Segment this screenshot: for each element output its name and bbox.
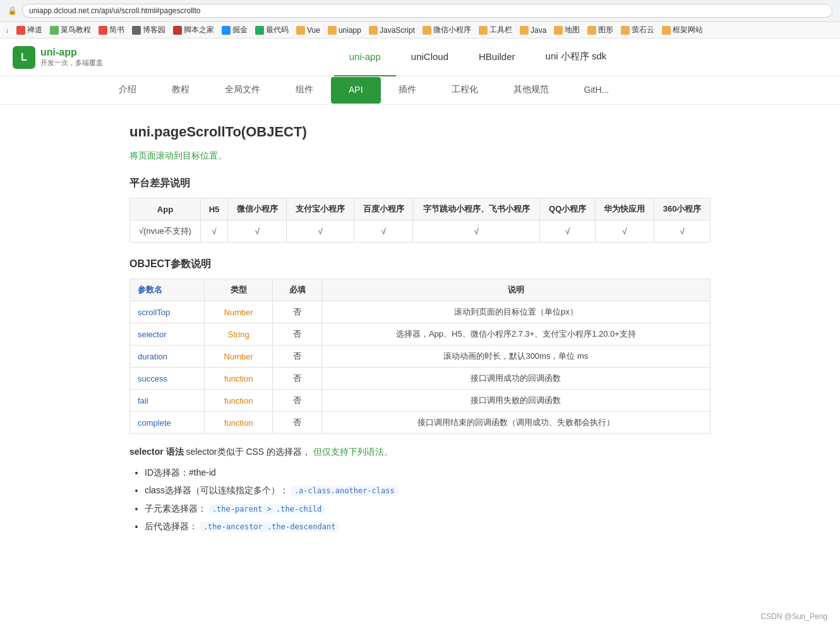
bookmark-vue[interactable]: Vue — [296, 26, 320, 35]
bookmark-ys[interactable]: 萤石云 — [621, 25, 654, 35]
bookmark-jianshu[interactable]: 简书 — [99, 25, 124, 35]
platform-alipay-cell: √ — [287, 220, 354, 243]
param-required-success: 否 — [273, 368, 321, 390]
param-name-success: success — [130, 368, 205, 390]
platform-huawei-cell: √ — [595, 220, 654, 243]
bookmark-uniapp[interactable]: uniapp — [328, 26, 361, 35]
param-desc-selector: 选择器，App、H5、微信小程序2.7.3+、支付宝小程序1.20.0+支持 — [321, 323, 710, 346]
bookmark-cnblogs[interactable]: 博客园 — [132, 25, 165, 35]
selector-desc-link[interactable]: 但仅支持下列语法。 — [313, 447, 393, 457]
platform-bytedance-cell: √ — [413, 220, 540, 243]
platform-wechat-cell: √ — [228, 220, 287, 243]
param-row-success: success function 否 接口调用成功的回调函数 — [130, 368, 711, 390]
platform-app-cell: √(nvue不支持) — [130, 220, 201, 243]
logo-title: uni-app — [40, 47, 103, 58]
list-item-descendant-text: 后代选择器： — [145, 521, 198, 531]
param-name-selector: selector — [130, 323, 205, 346]
sec-nav-intro[interactable]: 介绍 — [101, 76, 154, 104]
params-col-name: 参数名 — [130, 279, 205, 301]
main-nav: uni-app uniCloud HBuilder uni 小程序 sdk — [128, 39, 827, 76]
selector-list: ID选择器：#the-id class选择器（可以连续指定多个）： .a-cla… — [129, 466, 711, 534]
logo-icon: L — [13, 46, 35, 69]
params-col-type: 类型 — [205, 279, 273, 301]
list-item-child-text: 子元素选择器： — [145, 503, 207, 514]
platform-col-qq: QQ小程序 — [540, 198, 595, 220]
bookmark-zhandao[interactable]: 禅道 — [16, 25, 42, 35]
param-required-duration: 否 — [273, 346, 321, 368]
selector-keyword: selector 语法 — [129, 447, 184, 457]
selector-desc-text: selector类似于 CSS 的选择器， — [186, 447, 311, 457]
nav-hbuilder[interactable]: HBuilder — [464, 39, 531, 76]
platform-baidu-cell: √ — [354, 220, 413, 243]
bookmark-framework[interactable]: 框架网站 — [662, 25, 703, 35]
list-item-child: 子元素选择器： .the-parent > .the-child — [145, 502, 711, 515]
sec-nav-api[interactable]: API — [331, 77, 381, 104]
param-type-complete: function — [205, 412, 273, 434]
param-row-fail: fail function 否 接口调用失败的回调函数 — [130, 390, 711, 412]
url-bar[interactable]: uniapp.dcloud.net.cn/api/ui/scroll.html#… — [22, 4, 832, 18]
sec-nav-global[interactable]: 全局文件 — [207, 76, 278, 104]
param-type-success: function — [205, 368, 273, 390]
param-required-fail: 否 — [273, 390, 321, 412]
nav-sdk[interactable]: uni 小程序 sdk — [531, 39, 622, 76]
param-desc-scrolltop: 滚动到页面的目标位置（单位px） — [321, 301, 710, 323]
bookmark-map[interactable]: 地图 — [554, 25, 580, 35]
sec-nav-github[interactable]: GitH... — [567, 77, 627, 104]
bookmark-java[interactable]: Java — [520, 26, 546, 35]
platform-col-alipay: 支付宝小程序 — [287, 198, 354, 220]
logo-text: uni-app 开发一次，多端覆盖 — [40, 47, 103, 68]
param-row-duration: duration Number 否 滚动动画的时长，默认300ms，单位 ms — [130, 346, 711, 368]
list-item-id-text: ID选择器：#the-id — [145, 467, 216, 478]
bookmark-graphics[interactable]: 图形 — [587, 25, 613, 35]
platform-col-baidu: 百度小程序 — [354, 198, 413, 220]
param-type-selector: String — [205, 323, 273, 346]
param-name-complete: complete — [130, 412, 205, 434]
sec-nav-tutorial[interactable]: 教程 — [154, 76, 207, 104]
param-type-scrolltop: Number — [205, 301, 273, 323]
list-item-id: ID选择器：#the-id — [145, 466, 711, 479]
bookmark-juejin[interactable]: 掘金 — [222, 25, 248, 35]
content-area: uni.pageScrollTo(OBJECT) 将页面滚动到目标位置。 平台差… — [104, 105, 736, 556]
browser-bar: 🔒 uniapp.dcloud.net.cn/api/ui/scroll.htm… — [0, 0, 840, 22]
platform-col-huawei: 华为快应用 — [595, 198, 654, 220]
param-name-duration: duration — [130, 346, 205, 368]
param-desc-duration: 滚动动画的时长，默认300ms，单位 ms — [321, 346, 710, 368]
bookmark-wechat[interactable]: 微信小程序 — [423, 25, 471, 35]
bookmark-toolbar[interactable]: 工具栏 — [479, 25, 512, 35]
page-title: uni.pageScrollTo(OBJECT) — [129, 124, 711, 140]
sec-nav-engineering[interactable]: 工程化 — [434, 76, 496, 104]
platform-h5-cell: √ — [200, 220, 227, 243]
param-desc-complete: 接口调用结束的回调函数（调用成功、失败都会执行） — [321, 412, 710, 434]
sec-nav-other[interactable]: 其他规范 — [496, 76, 567, 104]
nav-uniapp[interactable]: uni-app — [334, 39, 396, 76]
sec-nav: 介绍 教程 全局文件 组件 API 插件 工程化 其他规范 GitH... — [0, 76, 840, 105]
description-link[interactable]: 将页面滚动到目标位置。 — [129, 150, 711, 162]
bookmark-jiaobenzijia[interactable]: 脚本之家 — [173, 25, 214, 35]
lock-icon: 🔒 — [8, 6, 17, 15]
platform-col-app: App — [130, 198, 201, 220]
platform-qq-cell: √ — [540, 220, 595, 243]
bookmark-runoob[interactable]: 菜鸟教程 — [50, 25, 91, 35]
param-required-selector: 否 — [273, 323, 321, 346]
selector-description: selector 语法 selector类似于 CSS 的选择器， 但仅支持下列… — [129, 447, 711, 458]
bookmarks-bar: ↓ 禅道 菜鸟教程 简书 博客园 脚本之家 掘金 最代码 Vue uniapp … — [0, 22, 840, 39]
platform-table: App H5 微信小程序 支付宝小程序 百度小程序 字节跳动小程序、飞书小程序 … — [129, 198, 711, 243]
param-row-scrolltop: scrollTop Number 否 滚动到页面的目标位置（单位px） — [130, 301, 711, 323]
nav-unicloud[interactable]: uniCloud — [396, 39, 464, 76]
platform-col-360: 360小程序 — [654, 198, 711, 220]
platform-col-h5: H5 — [200, 198, 227, 220]
param-type-duration: Number — [205, 346, 273, 368]
platform-col-bytedance: 字节跳动小程序、飞书小程序 — [413, 198, 540, 220]
bookmark-arrow: ↓ — [5, 26, 9, 35]
logo-area[interactable]: L uni-app 开发一次，多端覆盖 — [13, 46, 103, 69]
sec-nav-plugins[interactable]: 插件 — [381, 76, 434, 104]
sec-nav-components[interactable]: 组件 — [278, 76, 331, 104]
list-item-descendant-code: .the-ancestor .the-descendant — [200, 522, 339, 532]
param-required-scrolltop: 否 — [273, 301, 321, 323]
platform-360-cell: √ — [654, 220, 711, 243]
bookmark-js[interactable]: JavaScript — [369, 26, 415, 35]
param-desc-success: 接口调用成功的回调函数 — [321, 368, 710, 390]
bookmark-zuidaima[interactable]: 最代码 — [255, 25, 289, 35]
list-item-descendant: 后代选择器： .the-ancestor .the-descendant — [145, 519, 711, 533]
object-section-title: OBJECT参数说明 — [129, 258, 711, 271]
